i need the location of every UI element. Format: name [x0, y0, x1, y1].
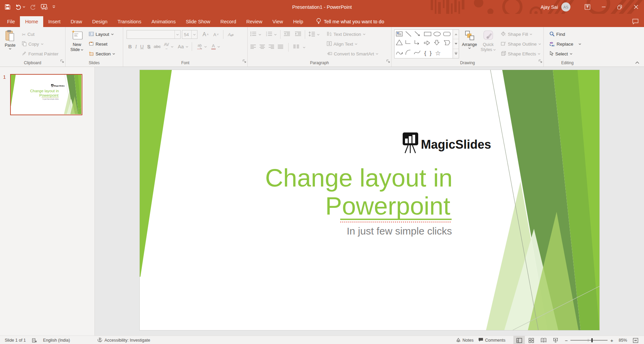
svg-text:☆: ☆ — [435, 50, 441, 57]
account-name[interactable]: Ajay Sai — [541, 4, 558, 10]
tab-animations[interactable]: Animations — [146, 16, 181, 27]
justify-button — [278, 44, 284, 50]
slideshow-view-button[interactable] — [550, 336, 561, 344]
svg-text:MagicSlides: MagicSlides — [54, 85, 65, 87]
clipboard-group-label: Clipboard — [24, 60, 41, 65]
copy-icon — [22, 41, 27, 47]
shapes-gallery-scrollbar[interactable] — [453, 29, 459, 58]
drawing-dialog-launcher-icon[interactable] — [538, 58, 542, 65]
accessibility-status[interactable]: Accessibility: Investigate — [95, 336, 152, 344]
collapse-ribbon-icon[interactable] — [635, 59, 639, 65]
numbering-button: 123 — [266, 31, 272, 38]
tab-help[interactable]: Help — [288, 16, 308, 27]
tab-review[interactable]: Review — [241, 16, 268, 27]
comments-bubble-icon[interactable] — [632, 19, 639, 26]
font-size-dropdown-icon[interactable] — [191, 30, 197, 39]
paragraph-dialog-launcher-icon[interactable] — [386, 58, 390, 65]
select-button[interactable]: Select — [547, 49, 584, 59]
slide-thumbnail-number: 1 — [3, 74, 6, 80]
layout-button[interactable]: Layout — [86, 29, 117, 39]
tab-transitions[interactable]: Transitions — [112, 16, 146, 27]
zoom-level[interactable]: 85% — [617, 336, 629, 344]
group-drawing: {}☆ Arrange — [392, 27, 544, 67]
group-clipboard: Paste ✂ Cut Copy — [0, 27, 65, 67]
font-size-combobox[interactable]: 54 — [182, 30, 197, 39]
reset-button[interactable]: Reset — [86, 39, 117, 49]
slide-thumbnail[interactable]: MagicSlides Change layout in Powerpoint … — [10, 74, 82, 115]
slide-subtitle[interactable]: In just few simple clicks — [347, 225, 452, 237]
group-slides: New Slide Layout — [65, 27, 123, 67]
text-shadow-button: S — [145, 44, 152, 49]
tab-draw[interactable]: Draw — [65, 16, 87, 27]
zoom-thumb[interactable] — [591, 338, 593, 342]
comments-toggle[interactable]: Comments — [476, 336, 507, 344]
notes-toggle[interactable]: Notes — [454, 336, 476, 344]
tab-home[interactable]: Home — [20, 16, 43, 27]
fit-slide-to-window-icon[interactable] — [630, 336, 641, 344]
zoom-out-icon[interactable]: − — [565, 338, 568, 343]
shapes-gallery[interactable]: {}☆ — [394, 29, 453, 58]
minimize-button[interactable] — [595, 0, 612, 14]
restore-button[interactable] — [612, 0, 628, 14]
gallery-scroll-up-icon[interactable] — [453, 30, 459, 39]
tab-slide-show[interactable]: Slide Show — [181, 16, 215, 27]
tell-me-box[interactable]: Tell me what you want to do — [316, 16, 384, 27]
quick-styles-button: Quick Styles — [480, 29, 497, 52]
undo-icon[interactable] — [15, 4, 25, 10]
shrink-font-button: A˅ — [212, 32, 220, 37]
bullets-button — [250, 31, 257, 38]
svg-text:A: A — [228, 32, 231, 37]
scissors-icon: ✂ — [22, 32, 26, 37]
lightbulb-icon — [316, 18, 321, 25]
avatar[interactable]: AS — [561, 2, 570, 11]
svg-text:In just few simple clicks: In just few simple clicks — [43, 98, 59, 100]
slide-canvas[interactable]: MagicSlides Change layout in Powerpoint … — [140, 70, 599, 330]
customize-qat-icon[interactable] — [52, 5, 55, 8]
font-dialog-launcher-icon[interactable] — [242, 58, 246, 65]
tab-view[interactable]: View — [267, 16, 288, 27]
group-editing: Find abac Replace Select — [544, 27, 591, 67]
svg-text:Change layout in: Change layout in — [30, 89, 59, 93]
comments-icon — [478, 338, 483, 343]
paste-icon — [5, 30, 15, 43]
shape-effects-button: Shape Effects — [499, 49, 543, 59]
language-status[interactable]: English (India) — [41, 336, 72, 344]
new-slide-button[interactable]: New Slide — [68, 29, 86, 52]
svg-text:Powerpoint: Powerpoint — [39, 93, 59, 97]
slide-indicator[interactable]: Slide 1 of 1 — [3, 336, 28, 344]
gallery-more-icon[interactable] — [453, 49, 459, 58]
zoom-in-icon[interactable]: + — [610, 338, 613, 343]
font-name-dropdown-icon[interactable] — [175, 30, 180, 39]
reading-view-button[interactable] — [538, 336, 549, 344]
font-name-combobox[interactable] — [127, 30, 181, 39]
tab-record[interactable]: Record — [215, 16, 241, 27]
shape-outline-icon — [501, 41, 506, 47]
paste-button[interactable]: Paste — [2, 29, 18, 50]
layout-icon — [89, 32, 94, 37]
arrange-button[interactable]: Arrange — [461, 29, 478, 49]
normal-view-button[interactable] — [513, 336, 525, 344]
tab-file[interactable]: File — [2, 16, 20, 27]
slide-sorter-view-button[interactable] — [526, 336, 537, 344]
clipboard-dialog-launcher-icon[interactable] — [60, 58, 64, 65]
slide-title-line1[interactable]: Change layout in — [265, 164, 452, 192]
gallery-scroll-down-icon[interactable] — [453, 39, 459, 49]
zoom-slider[interactable]: − + — [562, 338, 616, 343]
tab-design[interactable]: Design — [87, 16, 112, 27]
spellcheck-status-icon[interactable] — [30, 336, 39, 344]
shape-fill-button: Shape Fill — [499, 29, 543, 39]
reset-icon — [89, 42, 94, 47]
slide-title-line2[interactable]: Powerpoint — [325, 192, 450, 220]
paste-label: Paste — [5, 43, 16, 48]
replace-button[interactable]: abac Replace — [547, 39, 584, 49]
section-button[interactable]: Section — [86, 49, 117, 59]
select-cursor-icon — [549, 51, 554, 57]
close-button[interactable] — [628, 0, 644, 14]
save-icon[interactable] — [5, 4, 10, 10]
ribbon-display-options-icon[interactable] — [579, 0, 595, 14]
title-bar: Presentation1 - PowerPoint Ajay Sai AS — [0, 0, 644, 14]
start-slideshow-icon[interactable] — [41, 4, 48, 10]
find-button[interactable]: Find — [547, 29, 584, 39]
zoom-track[interactable] — [570, 340, 608, 341]
tab-insert[interactable]: Insert — [43, 16, 65, 27]
